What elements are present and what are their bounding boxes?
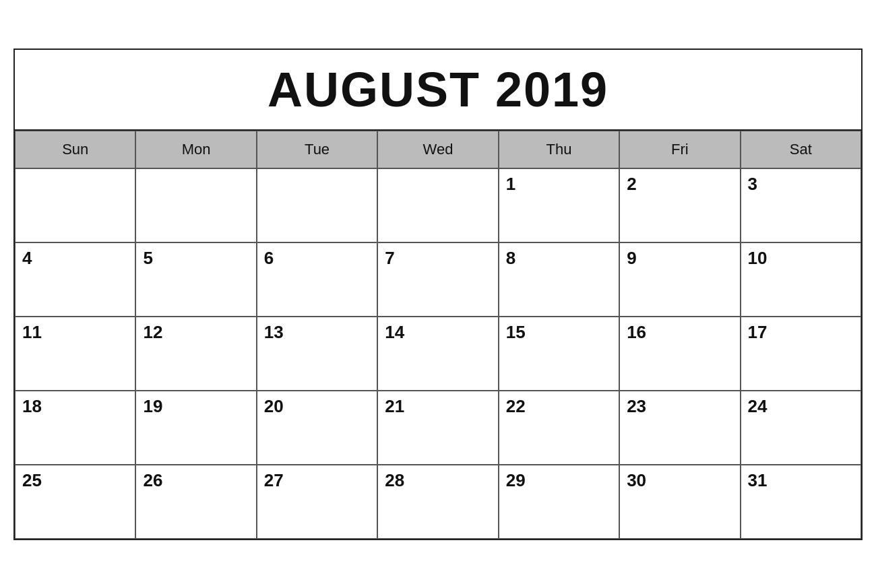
day-cell-30[interactable]: 30 [619,465,740,539]
day-cell-22[interactable]: 22 [499,391,619,465]
day-cell-24[interactable]: 24 [741,391,861,465]
day-number: 24 [748,397,854,416]
day-cell-10[interactable]: 10 [741,242,861,317]
day-number: 6 [264,249,370,268]
calendar-title: AUGUST 2019 [268,63,608,117]
calendar-grid: SunMonTueWedThuFriSat1234567891011121314… [15,131,861,539]
day-header-mon: Mon [135,131,256,168]
day-cell-4[interactable]: 4 [15,242,135,317]
day-number: 2 [627,174,732,194]
day-number: 7 [385,249,491,268]
day-cell-25[interactable]: 25 [15,465,135,539]
day-cell-6[interactable]: 6 [257,242,377,317]
day-number: 30 [627,471,732,490]
day-cell-8[interactable]: 8 [499,242,619,317]
calendar: AUGUST 2019 SunMonTueWedThuFriSat1234567… [13,48,863,540]
day-number: 18 [22,397,128,416]
day-cell-2[interactable]: 2 [619,168,740,242]
day-number: 31 [748,471,854,490]
day-cell-26[interactable]: 26 [135,465,256,539]
day-number: 21 [385,397,491,416]
day-cell-18[interactable]: 18 [15,391,135,465]
day-cell-14[interactable]: 14 [377,317,498,391]
day-cell-17[interactable]: 17 [741,317,861,391]
day-number: 15 [506,323,612,342]
day-number: 14 [385,323,491,342]
day-header-fri: Fri [619,131,740,168]
day-number: 9 [627,249,732,268]
day-cell-7[interactable]: 7 [377,242,498,317]
day-header-sun: Sun [15,131,135,168]
empty-cell[interactable] [377,168,498,242]
day-cell-16[interactable]: 16 [619,317,740,391]
day-cell-29[interactable]: 29 [499,465,619,539]
day-number: 1 [506,174,612,194]
day-cell-13[interactable]: 13 [257,317,377,391]
day-cell-5[interactable]: 5 [135,242,256,317]
day-header-wed: Wed [377,131,498,168]
day-cell-31[interactable]: 31 [741,465,861,539]
day-number: 19 [143,397,249,416]
day-cell-23[interactable]: 23 [619,391,740,465]
day-cell-11[interactable]: 11 [15,317,135,391]
day-cell-21[interactable]: 21 [377,391,498,465]
day-number: 11 [22,323,128,342]
day-number: 8 [506,249,612,268]
day-header-tue: Tue [257,131,377,168]
day-number: 28 [385,471,491,490]
day-cell-20[interactable]: 20 [257,391,377,465]
day-number: 20 [264,397,370,416]
day-number: 23 [627,397,732,416]
day-number: 3 [748,174,854,194]
day-number: 12 [143,323,249,342]
day-cell-27[interactable]: 27 [257,465,377,539]
day-number: 13 [264,323,370,342]
empty-cell[interactable] [257,168,377,242]
day-number: 29 [506,471,612,490]
day-number: 5 [143,249,249,268]
day-cell-19[interactable]: 19 [135,391,256,465]
day-cell-1[interactable]: 1 [499,168,619,242]
day-number: 27 [264,471,370,490]
day-number: 16 [627,323,732,342]
calendar-header: AUGUST 2019 [15,50,861,131]
day-header-sat: Sat [741,131,861,168]
day-cell-3[interactable]: 3 [741,168,861,242]
day-header-thu: Thu [499,131,619,168]
empty-cell[interactable] [15,168,135,242]
day-number: 4 [22,249,128,268]
day-number: 17 [748,323,854,342]
day-cell-15[interactable]: 15 [499,317,619,391]
day-cell-28[interactable]: 28 [377,465,498,539]
day-number: 10 [748,249,854,268]
empty-cell[interactable] [135,168,256,242]
day-number: 25 [22,471,128,490]
day-cell-9[interactable]: 9 [619,242,740,317]
day-number: 22 [506,397,612,416]
day-cell-12[interactable]: 12 [135,317,256,391]
day-number: 26 [143,471,249,490]
